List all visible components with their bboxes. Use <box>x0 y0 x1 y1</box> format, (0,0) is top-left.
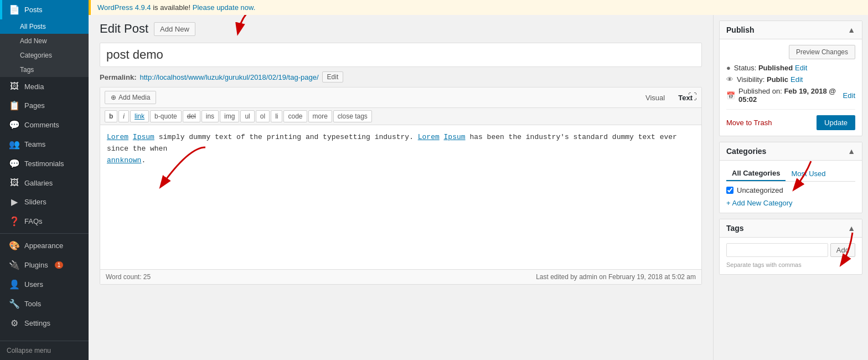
publish-status-row: ● Status: Published Edit <box>726 64 855 72</box>
toolbar-btn-more[interactable]: more <box>308 110 332 122</box>
sidebar-item-tools[interactable]: 🔧 Tools <box>0 294 89 313</box>
tags-box-header[interactable]: Tags ▲ <box>720 219 862 238</box>
toolbar-btn-b[interactable]: b <box>105 110 117 122</box>
toolbar-btn-del[interactable]: del <box>183 110 200 122</box>
editor-area: Edit Post Add New Permalink: http://loca… <box>89 15 713 360</box>
settings-icon: ⚙ <box>9 318 20 328</box>
visibility-icon: 👁 <box>726 75 733 84</box>
toolbar-btn-i[interactable]: i <box>118 110 129 122</box>
toolbar-btn-close-tags[interactable]: close tags <box>333 110 372 122</box>
update-button[interactable]: Update <box>817 115 855 130</box>
category-label-uncategorized[interactable]: Uncategorized <box>737 186 783 194</box>
tags-box-title: Tags <box>726 224 744 233</box>
sidebar-item-appearance[interactable]: 🎨 Appearance <box>0 236 89 255</box>
sidebar-item-label: Users <box>24 280 43 289</box>
sidebar-item-media[interactable]: 🖼 Media <box>0 77 89 96</box>
status-icon: ● <box>726 64 731 72</box>
tab-all-categories[interactable]: All Categories <box>726 166 786 181</box>
toolbar-btn-ins[interactable]: ins <box>202 110 219 122</box>
users-icon: 👤 <box>9 279 20 290</box>
toolbar-btn-ul[interactable]: ul <box>240 110 254 122</box>
tags-box-body: Add Separate tags with commas <box>720 238 862 274</box>
add-new-category-link[interactable]: + Add New Category <box>726 199 855 207</box>
posts-submenu: All Posts Add New Categories Tags <box>0 19 89 77</box>
editor-mode-bar: ⊕ Add Media Visual Text <box>100 88 701 108</box>
sidebar-subitem-categories[interactable]: Categories <box>0 48 89 63</box>
permalink-edit-button[interactable]: Edit <box>322 71 344 83</box>
tab-visual[interactable]: Visual <box>641 91 669 104</box>
arrow-add-new <box>221 15 266 38</box>
sidebar-item-gallaries[interactable]: 🖼 Gallaries <box>0 173 89 192</box>
sidebar-subitem-tags[interactable]: Tags <box>0 63 89 77</box>
toolbar-btn-link[interactable]: link <box>130 110 149 122</box>
tags-add-button[interactable]: Add <box>830 243 855 257</box>
tags-box: Tags ▲ Add Separate tags with commas <box>719 219 862 275</box>
sidebar-item-faqs[interactable]: ❓ FAQs <box>0 212 89 231</box>
editor-content[interactable]: Lorem Ipsum simply dummy text of the pri… <box>100 125 701 269</box>
category-checkbox-uncategorized[interactable] <box>726 187 733 194</box>
ipsum-link-2[interactable]: Ipsum <box>444 133 466 141</box>
sliders-icon: ▶ <box>9 197 20 207</box>
sidebar-subitem-add-new[interactable]: Add New <box>0 34 89 48</box>
editor-box: ⊕ Add Media Visual Text b i link b-quote… <box>100 87 702 285</box>
ipsum-link-1[interactable]: Ipsum <box>133 133 154 141</box>
toolbar-btn-ol[interactable]: ol <box>256 110 270 122</box>
sidebar-item-users[interactable]: 👤 Users <box>0 275 89 294</box>
right-sidebar: Publish ▲ Preview Changes ● Status: Publ… <box>713 15 868 360</box>
lorem-link-1[interactable]: Lorem <box>107 133 128 141</box>
sidebar-item-label: Gallaries <box>24 179 53 187</box>
sidebar-item-label: Testimonials <box>24 160 64 168</box>
publish-visibility-row: 👁 Visibility: Public Edit <box>726 75 855 84</box>
page-header: Edit Post Add New <box>100 22 702 36</box>
sidebar-subitem-all-posts[interactable]: All Posts <box>0 19 89 34</box>
sidebar-item-teams[interactable]: 👥 Teams <box>0 135 89 154</box>
collapse-menu[interactable]: Collapse menu <box>0 341 89 360</box>
last-edited: Last edited by admin on February 19, 201… <box>536 273 696 281</box>
publish-box-body: Preview Changes ● Status: Published Edit… <box>720 39 862 136</box>
sidebar-item-label: Posts <box>24 6 43 14</box>
publish-box-header[interactable]: Publish ▲ <box>720 21 862 39</box>
tab-most-used[interactable]: Most Used <box>786 166 831 181</box>
sidebar-item-label: Appearance <box>24 241 63 250</box>
tags-input[interactable] <box>726 243 828 257</box>
sidebar-item-testimonials[interactable]: 💬 Testimonials <box>0 154 89 173</box>
calendar-icon: 📅 <box>726 91 735 100</box>
gallaries-icon: 🖼 <box>9 178 20 188</box>
plugins-icon: 🔌 <box>9 260 20 270</box>
publish-box-title: Publish <box>726 25 755 34</box>
fullscreen-button[interactable]: ⛶ <box>688 92 697 102</box>
toolbar-btn-code[interactable]: code <box>283 110 307 122</box>
published-edit-link[interactable]: Edit <box>843 91 855 100</box>
permalink-url[interactable]: http://localhost/www/luzuk/gurukul/2018/… <box>140 73 318 81</box>
toolbar-btn-bquote[interactable]: b-quote <box>150 110 182 122</box>
sidebar-item-posts[interactable]: 📄 Posts <box>0 0 89 19</box>
page-title: Edit Post <box>100 22 148 36</box>
annknown-link[interactable]: annknown <box>107 156 141 164</box>
plugins-badge: 1 <box>55 261 64 269</box>
status-edit-link[interactable]: Edit <box>795 64 807 72</box>
wordpress-version-link[interactable]: WordPress 4.9.4 <box>97 3 151 12</box>
toolbar-btn-li[interactable]: li <box>271 110 282 122</box>
preview-changes-button[interactable]: Preview Changes <box>789 45 855 59</box>
sidebar-item-sliders[interactable]: ▶ Sliders <box>0 192 89 212</box>
add-media-button[interactable]: ⊕ Add Media <box>105 91 156 104</box>
publish-box-toggle[interactable]: ▲ <box>848 25 855 34</box>
tags-box-toggle[interactable]: ▲ <box>848 224 855 233</box>
sidebar-item-plugins[interactable]: 🔌 Plugins 1 <box>0 255 89 275</box>
move-to-trash-link[interactable]: Move to Trash <box>726 119 772 127</box>
categories-box-toggle[interactable]: ▲ <box>848 147 855 156</box>
permalink-row: Permalink: http://localhost/www/luzuk/gu… <box>100 71 702 83</box>
sidebar-item-settings[interactable]: ⚙ Settings <box>0 313 89 333</box>
sidebar-item-label: Pages <box>24 101 45 110</box>
add-new-button[interactable]: Add New <box>154 22 195 36</box>
categories-box-header[interactable]: Categories ▲ <box>720 142 862 161</box>
toolbar-btn-img[interactable]: img <box>220 110 239 122</box>
post-title-input[interactable] <box>100 43 702 67</box>
categories-box-body: All Categories Most Used Uncategorized <box>720 161 862 213</box>
lorem-link-2[interactable]: Lorem <box>418 133 440 141</box>
visibility-edit-link[interactable]: Edit <box>790 75 803 84</box>
sidebar-item-pages[interactable]: 📋 Pages <box>0 96 89 115</box>
sidebar-item-comments[interactable]: 💬 Comments <box>0 115 89 135</box>
editor-toolbar: b i link b-quote del ins img ul ol li co… <box>100 108 701 125</box>
update-now-link[interactable]: Please update now. <box>193 3 255 12</box>
